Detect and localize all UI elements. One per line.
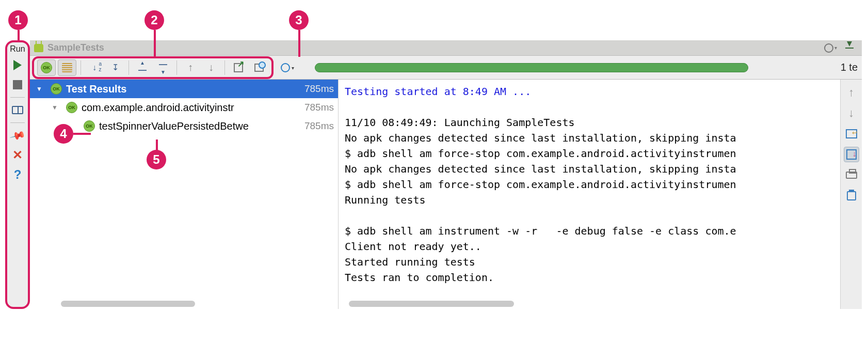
pin-icon: 📌 [9,127,26,144]
export-icon [234,63,243,72]
console-line: Tests ran to completion. [345,271,494,284]
console-down-button[interactable]: ↓ [844,105,859,121]
scroll-end-icon [846,149,857,160]
horizontal-scrollbar[interactable] [61,301,195,307]
tree-test-label: testSpinnerValuePersistedBetwe [99,120,301,132]
callout-4: 4 [54,124,73,144]
soft-wrap-button[interactable] [844,126,859,142]
console-line: Client not ready yet.. [345,240,481,253]
print-button[interactable] [844,167,859,183]
separator [10,97,25,98]
callout-2-line [154,30,156,57]
run-tool-window: Run 📌 ✕ ? SampleTests OK ↓ ↧ [5,40,862,309]
callout-2: 2 [144,10,164,30]
import-history-button[interactable] [250,59,268,76]
ok-icon: OK [51,83,62,95]
arrow-up-icon: ↑ [188,61,193,73]
disclosure-icon[interactable]: ▼ [51,104,59,111]
next-failed-button[interactable]: ↓ [202,59,220,76]
test-count-label: 1 te [841,61,858,73]
horizontal-scrollbar[interactable] [349,301,514,307]
tree-root-time: 785ms [304,83,334,95]
stop-button[interactable] [9,76,26,93]
layout-icon [12,106,23,114]
prev-failed-button[interactable]: ↑ [181,59,200,76]
console-line: No apk changes detected since last insta… [345,132,736,144]
separator [10,122,25,123]
test-toolbar: OK ↓ ↧ ↑ ↓ 1 te [30,56,862,80]
hide-icon [845,48,854,49]
layout-button[interactable] [9,102,26,118]
console-line: Running tests [345,194,426,206]
console-line: $ adb shell am force-stop com.example.an… [345,178,736,191]
stack-icon [62,63,72,72]
scroll-to-end-button[interactable] [844,147,859,162]
export-results-button[interactable] [229,59,248,76]
run-tab-label: Run [10,44,25,54]
console-text: Testing started at 8:49 AM ... 11/10 08:… [339,80,840,309]
run-config-name: SampleTests [47,42,104,53]
stop-icon [13,80,22,89]
tree-package-row[interactable]: ▼ OK com.example.android.activityinstr 7… [30,98,338,117]
callout-1: 1 [8,10,28,30]
sort-duration-icon: ↧ [112,63,119,72]
show-passed-button[interactable]: OK [37,59,56,76]
run-left-toolbar: Run 📌 ✕ ? [5,40,30,309]
ok-icon: OK [66,102,77,113]
clear-button[interactable] [844,188,859,204]
separator [81,60,81,75]
test-toolbar-group: OK ↓ ↧ ↑ ↓ [32,56,274,79]
console-line: $ adb shell am force-stop com.example.an… [345,147,736,160]
test-tree[interactable]: ▼ OK Test Results 785ms ▼ OK com.example… [30,80,339,309]
console-line: No apk changes detected since last insta… [345,163,736,175]
separator [128,60,129,75]
arrow-down-icon: ↓ [208,61,214,73]
callout-4-line [73,133,91,135]
disclosure-icon[interactable]: ▼ [35,85,43,92]
callout-5: 5 [147,150,166,169]
expand-all-button[interactable] [133,59,152,76]
pin-button[interactable]: 📌 [9,127,26,144]
tree-root-label: Test Results [66,83,301,95]
settings-button[interactable] [821,40,837,56]
test-options-button[interactable] [275,59,293,76]
console-line: 11/10 08:49:49: Launching SampleTests [345,116,575,129]
help-icon: ? [14,167,22,182]
sort-duration-button[interactable]: ↧ [106,59,124,76]
callout-1-line [18,30,20,41]
callout-5-line [156,140,158,151]
callout-3-line [298,30,300,57]
gear-icon [281,63,290,72]
collapse-icon [158,60,168,75]
console-right-toolbar: ↑ ↓ [840,80,862,309]
console-output[interactable]: Testing started at 8:49 AM ... 11/10 08:… [339,80,840,309]
trash-icon [847,191,856,200]
separator [176,60,177,75]
test-body: ▼ OK Test Results 785ms ▼ OK com.example… [30,80,862,309]
soft-wrap-icon [846,129,857,138]
expand-icon [137,60,148,75]
console-line: Started running tests [345,256,475,268]
run-content: SampleTests OK ↓ ↧ ↑ ↓ [30,40,862,309]
sort-alpha-button[interactable]: ↓ [85,59,104,76]
console-up-button[interactable]: ↑ [844,85,859,100]
tree-package-time: 785ms [304,102,334,113]
tree-root-row[interactable]: ▼ OK Test Results 785ms [30,80,338,98]
tree-test-time: 785ms [304,120,334,132]
rerun-button[interactable] [9,57,26,73]
ok-icon: OK [84,120,95,132]
callout-3: 3 [289,10,309,30]
arrow-down-icon: ↓ [848,106,854,120]
history-icon [254,64,264,72]
collapse-all-button[interactable] [154,59,172,76]
hide-button[interactable] [841,40,858,56]
help-button[interactable]: ? [9,166,26,183]
tree-package-label: com.example.android.activityinstr [82,102,301,114]
close-button[interactable]: ✕ [9,147,26,163]
print-icon [846,172,857,179]
show-ignored-button[interactable] [58,59,76,76]
android-icon [34,44,43,52]
console-line: $ adb shell am instrument -w -r -e debug… [345,225,736,237]
close-icon: ✕ [12,148,23,162]
play-icon [13,60,22,70]
